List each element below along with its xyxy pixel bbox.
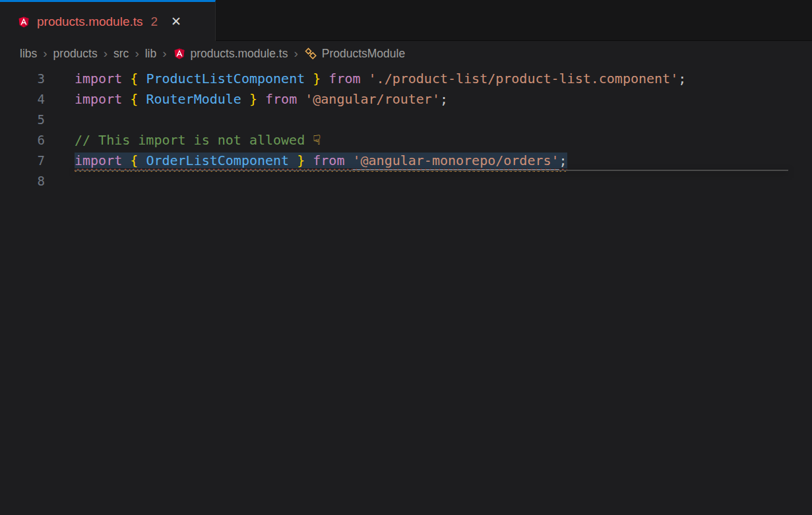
code-token: ;	[678, 71, 686, 86]
code-token: import	[75, 91, 122, 107]
code-token: '@angular-monorepo/orders'	[353, 153, 559, 170]
tab-dirty-count: 2	[151, 15, 158, 29]
line-number: 5	[0, 110, 45, 130]
code-token: RouterModule	[146, 91, 241, 107]
code-token: from	[313, 153, 344, 168]
code-token: ;	[440, 91, 448, 107]
code-token: OrderListComponent	[146, 153, 289, 168]
code-line-8: 8	[0, 171, 812, 191]
chevron-right-icon: ›	[104, 46, 108, 61]
code-token	[361, 71, 369, 86]
error-squiggle-line: import { OrderListComponent } from '@ang…	[75, 153, 567, 168]
code-token	[289, 153, 297, 168]
code-line-5: 5	[0, 110, 812, 130]
tab-bar: products.module.ts 2 ✕	[0, 0, 812, 41]
close-icon[interactable]: ✕	[171, 14, 181, 29]
breadcrumb-item-src[interactable]: src	[113, 47, 129, 61]
code-token: './product-list/product-list.component'	[369, 71, 679, 86]
code-token: {	[130, 71, 138, 86]
code-line-7: 7import { OrderListComponent } from '@an…	[0, 151, 812, 171]
code-token: {	[130, 91, 138, 107]
code-token: from	[328, 71, 360, 86]
chevron-right-icon: ›	[135, 46, 139, 61]
code-token: from	[265, 91, 297, 107]
code-token	[138, 153, 146, 168]
breadcrumb-label: ProductsModule	[322, 47, 405, 61]
code-token: }	[249, 91, 257, 107]
breadcrumb-label: libs	[20, 47, 37, 61]
code-token: import	[75, 153, 122, 168]
breadcrumb-label: products	[53, 47, 98, 61]
code-line-4: 4import { RouterModule } from '@angular/…	[0, 89, 812, 110]
line-number: 3	[0, 69, 45, 89]
class-icon	[304, 47, 317, 60]
code-token: }	[313, 71, 321, 86]
line-number: 7	[0, 151, 45, 171]
chevron-right-icon: ›	[162, 46, 166, 61]
line-number: 6	[0, 130, 45, 151]
code-token	[122, 153, 130, 168]
breadcrumb: libs›products›src›lib› products.module.t…	[0, 41, 812, 66]
code-token	[305, 71, 313, 86]
tab-title: products.module.ts	[37, 15, 143, 29]
code-token	[138, 91, 146, 107]
code-token: import	[75, 71, 122, 86]
breadcrumb-item-products.module.ts[interactable]: products.module.ts	[173, 47, 288, 61]
code-line-6: 6// This import is not allowed ☟	[0, 130, 812, 151]
chevron-right-icon: ›	[294, 46, 297, 61]
code-line-content[interactable]	[75, 110, 812, 130]
code-line-3: 3import { ProductListComponent } from '.…	[0, 69, 812, 89]
code-token: ProductListComponent	[146, 71, 305, 86]
code-token	[138, 71, 146, 86]
code-line-content[interactable]: import { OrderListComponent } from '@ang…	[75, 151, 812, 171]
code-token	[257, 91, 265, 107]
code-token: {	[130, 153, 138, 168]
pointing-down-emoji: ☟	[313, 132, 321, 148]
breadcrumb-item-libs[interactable]: libs	[20, 47, 37, 61]
code-token	[122, 71, 130, 86]
editor-tab[interactable]: products.module.ts 2 ✕	[0, 0, 216, 41]
code-token	[321, 71, 328, 86]
hover-popup	[75, 170, 788, 171]
angular-icon	[17, 15, 30, 28]
breadcrumb-label: products.module.ts	[191, 47, 288, 61]
code-line-content[interactable]	[75, 171, 812, 191]
code-token	[297, 91, 305, 107]
code-token	[122, 91, 130, 107]
code-token: }	[297, 153, 305, 168]
breadcrumb-item-lib[interactable]: lib	[145, 47, 157, 61]
code-token: ;	[559, 153, 567, 168]
code-token	[241, 91, 249, 107]
angular-icon	[173, 47, 186, 60]
code-line-content[interactable]: import { ProductListComponent } from './…	[75, 69, 812, 89]
code-token: // This import is not allowed	[75, 132, 313, 148]
breadcrumb-label: src	[113, 47, 129, 61]
vscode-window: products.module.ts 2 ✕ libs›products›src…	[0, 0, 812, 515]
code-line-content[interactable]: // This import is not allowed ☟	[75, 130, 812, 151]
breadcrumb-label: lib	[145, 47, 157, 61]
breadcrumb-item-products[interactable]: products	[53, 47, 98, 61]
breadcrumb-item-ProductsModule[interactable]: ProductsModule	[304, 47, 405, 61]
code-token	[344, 153, 352, 168]
code-token	[305, 153, 313, 168]
code-token: '@angular/router'	[305, 91, 440, 107]
chevron-right-icon: ›	[43, 46, 47, 61]
code-line-content[interactable]: import { RouterModule } from '@angular/r…	[75, 89, 812, 110]
warning-squiggle-line: import { OrderListComponent } from '@ang…	[75, 153, 567, 170]
line-number: 4	[0, 89, 45, 110]
line-number: 8	[0, 171, 45, 191]
code-editor[interactable]: 3import { ProductListComponent } from '.…	[0, 66, 812, 515]
